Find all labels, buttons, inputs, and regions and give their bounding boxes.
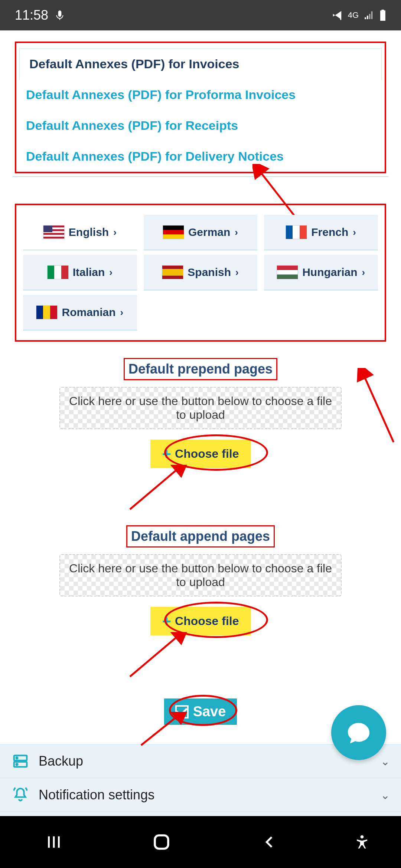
chevron-right-icon: › (362, 267, 365, 278)
divider (13, 176, 388, 177)
android-status-bar: 11:58 4G (0, 0, 401, 30)
chat-fab-button[interactable] (331, 705, 386, 760)
flag-fr-icon (286, 226, 307, 239)
svg-point-7 (16, 757, 18, 759)
append-choose-file-button[interactable]: + Choose file (150, 607, 251, 635)
choose-file-label: Choose file (175, 447, 239, 461)
settings-row-notification-settings[interactable]: Notification settings⌄ (0, 778, 401, 812)
chevron-down-icon: ⌄ (381, 755, 390, 768)
chevron-right-icon: › (353, 227, 356, 238)
svg-line-3 (130, 636, 178, 677)
tab-annexes-delivery[interactable]: Default Annexes (PDF) for Delivery Notic… (16, 141, 385, 172)
save-button[interactable]: Save (164, 698, 237, 725)
row-label: Notification settings (39, 787, 154, 803)
choose-file-label: Choose file (175, 614, 239, 628)
language-option-french[interactable]: French› (264, 215, 378, 250)
nav-back-button[interactable] (232, 816, 306, 868)
tab-annexes-receipts[interactable]: Default Annexes (PDF) for Receipts (16, 110, 385, 141)
language-label: Italian (73, 266, 105, 279)
annex-tabs-highlight-box: Default Annexes (PDF) for Invoices Defau… (15, 42, 386, 173)
chat-icon (346, 720, 372, 746)
check-icon (175, 705, 189, 719)
language-option-hungarian[interactable]: Hungarian› (264, 255, 378, 290)
flag-ro-icon (36, 306, 57, 319)
tab-annexes-invoices[interactable]: Default Annexes (PDF) for Invoices (19, 48, 382, 79)
prepend-section-title: Default prepend pages (124, 358, 277, 380)
tab-annexes-proforma[interactable]: Default Annexes (PDF) for Proforma Invoi… (16, 79, 385, 110)
language-label: Romanian (62, 306, 115, 319)
nav-home-button[interactable] (124, 816, 199, 868)
chevron-right-icon: › (113, 227, 117, 238)
language-label: German (188, 226, 230, 239)
language-option-english[interactable]: English› (23, 215, 137, 250)
status-network-label: 4G (348, 11, 359, 19)
nav-accessibility-button[interactable] (340, 816, 384, 868)
vibrate-icon (332, 10, 343, 21)
annotation-arrow (123, 632, 189, 684)
annotation-arrow (356, 368, 401, 450)
append-section-title: Default append pages (126, 525, 275, 548)
status-clock: 11:58 (15, 7, 48, 23)
language-option-spanish[interactable]: Spanish› (144, 255, 258, 290)
bell-icon (11, 786, 30, 804)
chevron-right-icon: › (109, 267, 113, 278)
chevron-right-icon: › (235, 227, 238, 238)
flag-hu-icon (277, 266, 298, 279)
battery-icon (379, 10, 386, 21)
language-label: Spanish (188, 266, 231, 279)
signal-icon (364, 10, 374, 20)
language-grid: English›German›French›Italian›Spanish›Hu… (23, 215, 378, 331)
chevron-right-icon: › (120, 307, 124, 318)
append-dropzone[interactable]: Click here or use the button below to ch… (59, 554, 342, 596)
backup-icon (11, 752, 30, 770)
language-option-italian[interactable]: Italian› (23, 255, 137, 290)
language-label: English (69, 226, 109, 239)
language-label: French (311, 226, 348, 239)
flag-de-icon (163, 226, 184, 239)
audio-app-icon (55, 10, 65, 21)
row-label: Backup (39, 753, 83, 769)
nav-recents-button[interactable] (17, 816, 91, 868)
flag-it-icon (48, 266, 68, 279)
language-option-german[interactable]: German› (144, 215, 258, 250)
svg-line-2 (130, 468, 178, 509)
svg-point-8 (16, 764, 18, 765)
flag-us-icon (43, 226, 64, 239)
svg-rect-12 (155, 835, 168, 849)
svg-line-1 (364, 375, 394, 442)
language-option-romanian[interactable]: Romanian› (23, 295, 137, 331)
prepend-choose-file-button[interactable]: + Choose file (150, 440, 251, 468)
svg-point-13 (361, 835, 364, 839)
chevron-right-icon: › (235, 267, 239, 278)
chevron-down-icon: ⌄ (381, 789, 390, 802)
flag-es-icon (162, 266, 183, 279)
save-label: Save (193, 704, 226, 720)
language-label: Hungarian (302, 266, 357, 279)
android-nav-bar (0, 816, 401, 868)
prepend-dropzone[interactable]: Click here or use the button below to ch… (59, 387, 342, 429)
language-selector-highlight-box: English›German›French›Italian›Spanish›Hu… (15, 204, 386, 342)
app-content: Default Annexes (PDF) for Invoices Defau… (0, 42, 401, 845)
